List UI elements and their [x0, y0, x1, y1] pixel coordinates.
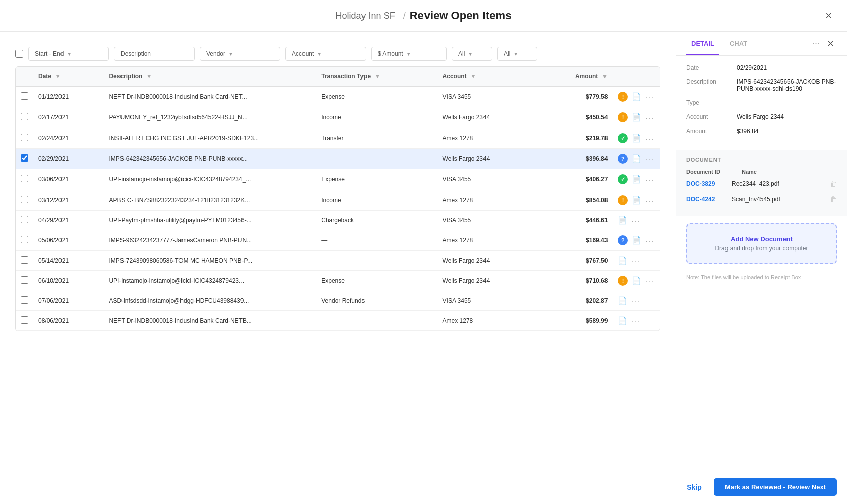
row-more-button[interactable]: ···: [645, 134, 655, 143]
row-description: PAYUMONEY_ref_1232iybfsdfsd564522-HSJJ_N…: [104, 107, 316, 128]
row-more-button[interactable]: ···: [645, 175, 655, 184]
tab-detail[interactable]: DETAIL: [686, 32, 719, 55]
tab-more-button[interactable]: ···: [810, 33, 822, 54]
row-description: IMPS-642342345656-JACKOB PNB-PUNB-xxxxx.…: [104, 149, 316, 169]
row-checkbox[interactable]: [21, 236, 28, 243]
row-checkbox-cell: [16, 107, 33, 128]
doc-columns-header: Document ID Name: [686, 169, 837, 175]
col-description[interactable]: Description ▼: [104, 67, 316, 86]
row-checkbox[interactable]: [21, 154, 28, 162]
select-all-checkbox[interactable]: [15, 50, 23, 58]
row-checkbox-cell: [16, 128, 33, 149]
row-account: Amex 1278: [438, 230, 538, 251]
header-close-button[interactable]: ×: [825, 9, 832, 22]
table-row[interactable]: 05/14/2021 IMPS-72439098060586-TOM MC HA…: [16, 251, 660, 271]
status-filter[interactable]: All ▼: [497, 47, 537, 61]
row-checkbox[interactable]: [21, 175, 28, 182]
upload-zone[interactable]: Add New Document Drag and drop from your…: [686, 223, 837, 264]
row-actions: 📄 ···: [613, 211, 660, 230]
row-checkbox[interactable]: [21, 296, 28, 304]
row-type: —: [316, 149, 437, 169]
row-more-button[interactable]: ···: [631, 216, 641, 225]
row-more-button[interactable]: ···: [631, 297, 641, 305]
vendor-filter[interactable]: Vendor ▼: [200, 47, 280, 61]
col-account[interactable]: Account ▼: [438, 67, 538, 86]
detail-description-label: Description: [686, 78, 737, 85]
right-panel: DETAIL CHAT ··· ✕ Date 02/29/2021 Descri…: [676, 32, 847, 504]
row-checkbox[interactable]: [21, 113, 28, 120]
description-filter[interactable]: Description: [114, 47, 195, 61]
row-more-button[interactable]: ···: [645, 196, 655, 205]
main-layout: Start - End ▼ Description Vendor ▼ Accou…: [0, 32, 847, 504]
row-checkbox[interactable]: [21, 216, 28, 223]
row-more-button[interactable]: ···: [631, 257, 641, 265]
row-date: 06/10/2021: [33, 271, 104, 291]
row-checkbox-cell: [16, 230, 33, 251]
detail-amount-label: Amount: [686, 128, 737, 135]
doc-link[interactable]: DOC-4242: [686, 196, 727, 203]
row-checkbox[interactable]: [21, 196, 28, 203]
status-icon-orange: !: [618, 276, 628, 286]
document-section-title: DOCUMENT: [686, 157, 837, 163]
table-row[interactable]: 03/06/2021 UPI-instamojo-instamojo@icici…: [16, 169, 660, 190]
row-description: APBS C- BNZS8823223243234-121II231231232…: [104, 190, 316, 211]
status-icon-question: ?: [618, 154, 628, 164]
row-type: Income: [316, 107, 437, 128]
col-type[interactable]: Transaction Type ▼: [316, 67, 437, 86]
row-checkbox[interactable]: [21, 276, 28, 284]
row-checkbox[interactable]: [21, 92, 28, 100]
upload-title: Add New Document: [695, 235, 828, 243]
row-checkbox[interactable]: [21, 316, 28, 324]
row-more-button[interactable]: ···: [645, 155, 655, 163]
col-date[interactable]: Date ▼: [33, 67, 104, 86]
amount-filter-chevron: ▼: [406, 51, 411, 57]
row-date: 08/06/2021: [33, 311, 104, 331]
row-more-button[interactable]: ···: [645, 93, 655, 101]
row-checkbox[interactable]: [21, 256, 28, 264]
row-actions: 📄 ···: [613, 251, 660, 270]
detail-body: Date 02/29/2021 Description IMPS-6423423…: [676, 56, 847, 470]
row-checkbox-cell: [16, 271, 33, 291]
row-type: Expense: [316, 169, 437, 190]
detail-info: Date 02/29/2021 Description IMPS-6423423…: [676, 56, 847, 150]
table-row[interactable]: 02/17/2021 PAYUMONEY_ref_1232iybfsdfsd56…: [16, 107, 660, 128]
tab-close-button[interactable]: ✕: [824, 33, 837, 54]
row-description: NEFT Dr-INDB0000018-IndusInd Bank Card-N…: [104, 86, 316, 107]
table-row[interactable]: 05/06/2021 IMPS-96324234237777-JamesCame…: [16, 230, 660, 251]
mark-review-button[interactable]: Mark as Reviewed - Review Next: [714, 478, 837, 496]
doc-icon-plain: 📄: [618, 296, 627, 305]
doc-name: Rec2344_423.pdf: [732, 180, 830, 187]
skip-button[interactable]: Skip: [681, 479, 708, 495]
amount-filter[interactable]: $ Amount ▼: [371, 47, 447, 61]
doc-delete-button[interactable]: 🗑: [830, 195, 837, 203]
status-icon-question: ?: [618, 235, 628, 245]
table-row[interactable]: 02/24/2021 INST-ALERT CHG INC GST JUL-AP…: [16, 128, 660, 149]
table-row[interactable]: 08/06/2021 NEFT Dr-INDB0000018-IndusInd …: [16, 311, 660, 331]
table-row[interactable]: 06/10/2021 UPI-instamojo-instamojo@icici…: [16, 271, 660, 291]
row-amount: $446.61: [538, 211, 613, 230]
doc-delete-button[interactable]: 🗑: [830, 180, 837, 188]
col-amount[interactable]: Amount ▼: [538, 67, 613, 86]
row-checkbox[interactable]: [21, 134, 28, 141]
type-filter[interactable]: All ▼: [452, 47, 492, 61]
row-more-button[interactable]: ···: [645, 236, 655, 245]
doc-link[interactable]: DOC-3829: [686, 180, 727, 187]
date-filter[interactable]: Start - End ▼: [28, 47, 109, 61]
tab-chat[interactable]: CHAT: [724, 32, 752, 55]
row-more-button[interactable]: ···: [645, 277, 655, 285]
upload-note: Note: The files will be uploaded to Rece…: [676, 271, 847, 283]
row-actions: ! 📄 ···: [613, 107, 660, 128]
header-separator: /: [403, 11, 406, 21]
table-row[interactable]: 07/06/2021 ASD-infsdsdd-instamojo@hdgg-H…: [16, 291, 660, 311]
row-more-button[interactable]: ···: [645, 113, 655, 122]
table-row[interactable]: 02/29/2021 IMPS-642342345656-JACKOB PNB-…: [16, 149, 660, 169]
table-row[interactable]: 04/29/2021 UPI-Paytm-ptmshha-utility@pay…: [16, 211, 660, 230]
account-filter[interactable]: Account ▼: [285, 47, 366, 61]
row-more-button[interactable]: ···: [631, 317, 641, 325]
table-row[interactable]: 03/12/2021 APBS C- BNZS8823223243234-121…: [16, 190, 660, 211]
row-description: NEFT Dr-INDB0000018-IndusInd Bank Card-N…: [104, 311, 316, 331]
row-checkbox-cell: [16, 149, 33, 169]
table-row[interactable]: 01/12/2021 NEFT Dr-INDB0000018-IndusInd …: [16, 86, 660, 107]
row-type: Expense: [316, 271, 437, 291]
detail-description-row: Description IMPS-642342345656-JACKOB PNB…: [686, 78, 837, 92]
